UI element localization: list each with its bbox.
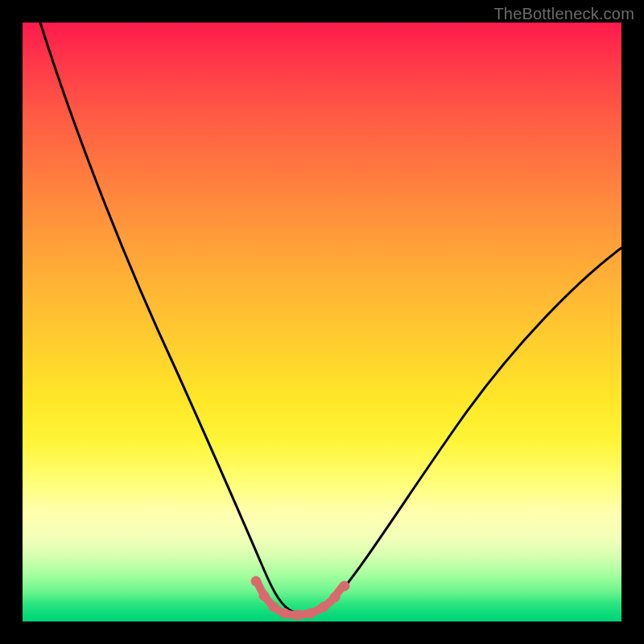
plot-area (23, 23, 621, 621)
bottom-highlight (251, 576, 349, 620)
svg-point-0 (251, 576, 261, 586)
svg-point-5 (306, 609, 316, 618)
svg-point-1 (259, 591, 269, 601)
watermark-text: TheBottleneck.com (493, 5, 634, 23)
svg-point-4 (293, 610, 303, 620)
svg-point-2 (269, 602, 279, 612)
svg-point-3 (280, 609, 290, 618)
chart-svg (23, 23, 621, 621)
svg-point-8 (340, 581, 349, 591)
svg-point-6 (319, 602, 328, 612)
chart-frame: TheBottleneck.com (0, 0, 644, 644)
svg-point-7 (330, 592, 340, 602)
bottleneck-curve (40, 23, 621, 614)
